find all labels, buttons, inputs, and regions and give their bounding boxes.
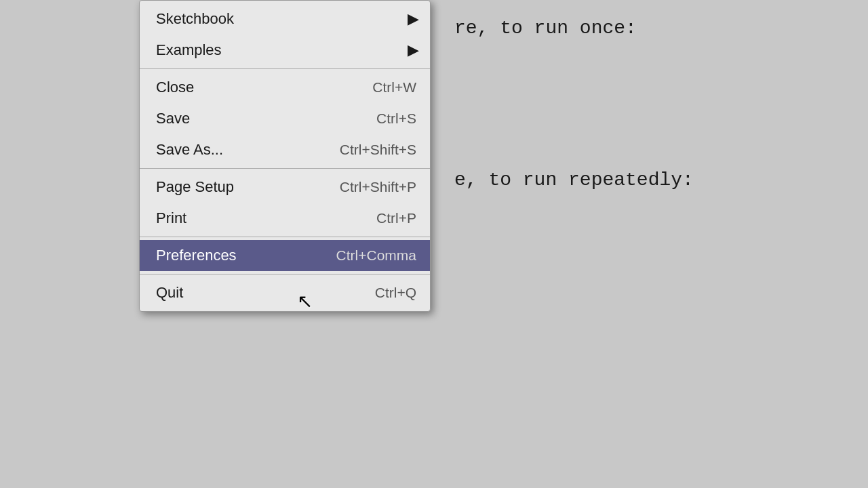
- preferences-label: Preferences: [156, 247, 237, 264]
- menu-item-save-as[interactable]: Save As... Ctrl+Shift+S: [140, 134, 430, 165]
- page-setup-label: Page Setup: [156, 178, 234, 196]
- save-as-shortcut: Ctrl+Shift+S: [340, 142, 416, 158]
- code-line-4: [454, 104, 848, 135]
- code-line-5: [454, 135, 848, 165]
- menu-item-page-setup[interactable]: Page Setup Ctrl+Shift+P: [140, 171, 430, 203]
- divider-2: [140, 168, 430, 169]
- sketchbook-label: Sketchbook: [156, 10, 234, 28]
- menu-item-close[interactable]: Close Ctrl+W: [140, 72, 430, 103]
- arrow-icon: ▶: [408, 10, 419, 28]
- divider-3: [140, 237, 430, 237]
- print-shortcut: Ctrl+P: [376, 210, 416, 226]
- divider-4: [140, 274, 430, 274]
- code-line-2: [454, 44, 848, 75]
- quit-shortcut: Ctrl+Q: [375, 285, 416, 301]
- file-menu: Sketchbook ▶ Examples ▶ Close Ctrl+W Sav…: [139, 0, 431, 312]
- menu-item-examples[interactable]: Examples ▶: [140, 35, 430, 66]
- menu-item-sketchbook[interactable]: Sketchbook ▶: [140, 3, 430, 35]
- arrow-icon-examples: ▶: [408, 41, 419, 59]
- menu-item-quit[interactable]: Quit Ctrl+Q: [140, 277, 430, 308]
- preferences-shortcut: Ctrl+Comma: [336, 247, 416, 264]
- save-shortcut: Ctrl+S: [376, 110, 416, 127]
- code-line-1: re, to run once:: [454, 14, 848, 44]
- examples-label: Examples: [156, 41, 222, 59]
- code-line-6: e, to run repeatedly:: [454, 165, 848, 196]
- menu-item-save[interactable]: Save Ctrl+S: [140, 103, 430, 134]
- save-label: Save: [156, 110, 190, 127]
- divider-1: [140, 68, 430, 69]
- menu-item-print[interactable]: Print Ctrl+P: [140, 203, 430, 234]
- close-label: Close: [156, 79, 194, 96]
- page-setup-shortcut: Ctrl+Shift+P: [340, 179, 416, 195]
- quit-label: Quit: [156, 284, 183, 302]
- save-as-label: Save As...: [156, 141, 223, 159]
- code-line-3: [454, 75, 848, 105]
- menu-item-preferences[interactable]: Preferences Ctrl+Comma: [140, 240, 430, 271]
- code-editor: re, to run once: e, to run repeatedly:: [434, 0, 868, 488]
- close-shortcut: Ctrl+W: [372, 79, 416, 96]
- print-label: Print: [156, 209, 186, 227]
